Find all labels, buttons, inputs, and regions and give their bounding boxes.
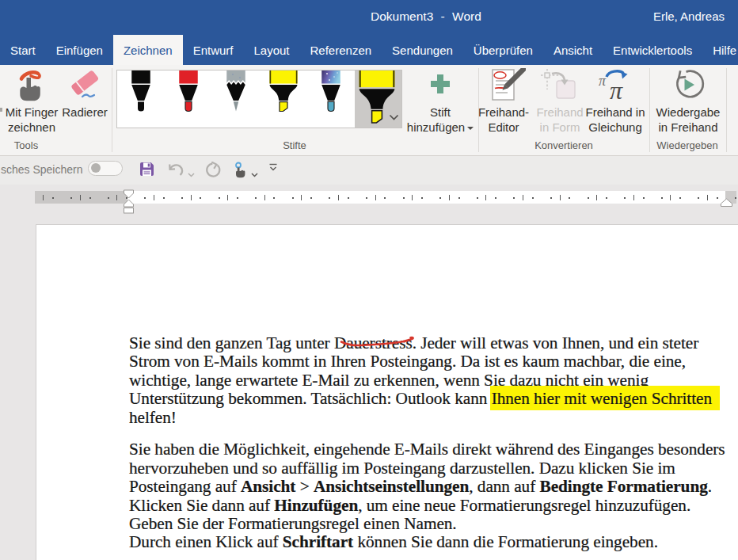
window-title: Dokument3 - Word xyxy=(371,10,481,24)
quick-access-toolbar: sches Speichern xyxy=(0,156,738,185)
text-line: Klicken Sie dann auf Hinzufügen, um eine… xyxy=(129,497,738,515)
undo-dropdown-caret-icon[interactable] xyxy=(188,166,195,181)
finger-draw-icon xyxy=(13,68,50,106)
paragraph-1: Sie sind den ganzen Tag unter Dauerstres… xyxy=(129,334,738,427)
tab-hilfe[interactable]: Hilfe xyxy=(702,35,738,65)
plus-icon xyxy=(429,68,451,103)
pens-gallery xyxy=(116,70,402,128)
ink-to-math-icon: π π xyxy=(596,68,634,105)
touch-mode-icon[interactable] xyxy=(232,162,249,181)
gallery-pen-galaxy-pen[interactable] xyxy=(314,70,348,128)
tab-referenzen[interactable]: Referenzen xyxy=(300,35,382,65)
eraser-icon xyxy=(65,68,105,106)
group-label-tools: Tools xyxy=(14,139,38,151)
redo-icon[interactable] xyxy=(206,162,223,181)
tab-sendungen[interactable]: Sendungen xyxy=(382,35,463,65)
ruler-left-margin xyxy=(35,191,127,204)
gallery-pen-red-pen[interactable] xyxy=(171,70,206,128)
autosave-label: sches Speichern xyxy=(1,163,83,176)
selected-pen-cell[interactable] xyxy=(355,70,401,128)
document-text[interactable]: Sie sind den ganzen Tag unter Dauerstres… xyxy=(129,334,738,560)
tab-start[interactable]: Start xyxy=(0,35,46,65)
group-label-wiedergeben: Wiedergeben xyxy=(656,139,717,151)
ink-replay-icon xyxy=(671,68,706,105)
text-line: Strom von E-Mails kommt in Ihren Postein… xyxy=(129,352,738,371)
text-line: Unterstützung bekommen. Tatsächlich: Out… xyxy=(129,390,738,408)
right-indent-marker[interactable] xyxy=(720,198,734,208)
paragraph-2: Sie haben die Möglichkeit, eingehende E-… xyxy=(129,440,738,552)
eraser-button[interactable]: Radierer xyxy=(61,65,108,154)
title-bar: Dokument3 - Word Erle, Andreas xyxy=(0,0,738,35)
gallery-dropdown-chevron-icon[interactable] xyxy=(389,114,399,121)
add-pen-button[interactable]: Stifthinzufügen xyxy=(405,65,476,154)
document-page[interactable]: Sie sind den ganzen Tag unter Dauerstres… xyxy=(36,224,738,560)
tab-überprüfen[interactable]: Überprüfen xyxy=(463,35,543,65)
document-workspace: Sie sind den ganzen Tag unter Dauerstres… xyxy=(0,185,738,560)
ribbon-tab-bar: StartEinfügenZeichnenEntwurfLayoutRefere… xyxy=(0,35,738,65)
dropdown-caret-icon xyxy=(467,127,474,130)
touch-mode-caret-icon[interactable] xyxy=(251,166,258,181)
account-name: Erle, Andreas xyxy=(653,10,725,23)
group-label-stifte: Stifte xyxy=(283,139,306,151)
save-icon[interactable] xyxy=(139,162,154,180)
word-window: Dokument3 - Word Erle, Andreas StartEinf… xyxy=(0,0,738,560)
tab-entwicklertools[interactable]: Entwicklertools xyxy=(603,35,702,65)
gallery-pen-pencil[interactable] xyxy=(219,70,253,128)
group-divider xyxy=(112,68,112,152)
tab-layout[interactable]: Layout xyxy=(243,35,299,65)
tab-zeichnen[interactable]: Zeichnen xyxy=(113,35,183,65)
text-line: Sie haben die Möglichkeit, eingehende E-… xyxy=(129,440,738,459)
autosave-toggle[interactable] xyxy=(88,161,123,176)
horizontal-ruler[interactable] xyxy=(35,191,736,204)
group-label-konvertieren: Konvertieren xyxy=(534,139,593,151)
group-divider xyxy=(649,68,650,152)
customize-qat-icon[interactable] xyxy=(268,162,278,176)
svg-text:π: π xyxy=(599,73,607,89)
tab-entwurf[interactable]: Entwurf xyxy=(183,35,244,65)
text-line: Posteingang auf Ansicht > Ansichtseinste… xyxy=(129,478,738,496)
ink-to-shape-icon xyxy=(540,68,580,105)
group-divider xyxy=(726,68,727,152)
toggle-knob xyxy=(91,163,101,173)
ink-editor-icon xyxy=(481,68,526,105)
highlighted-text: Ihnen hier mit wenigen Schritten xyxy=(490,389,720,408)
text-line: Geben Sie der Formatierungsregel einen N… xyxy=(129,515,738,533)
gallery-pen-black-pen[interactable] xyxy=(124,70,158,128)
text-line: helfen! xyxy=(129,409,738,427)
tab-ansicht[interactable]: Ansicht xyxy=(543,35,603,65)
gallery-pen-yellow-highlighter[interactable] xyxy=(266,70,301,128)
tab-einfügen[interactable]: Einfügen xyxy=(46,35,113,65)
svg-text:π: π xyxy=(610,76,623,101)
indent-markers[interactable] xyxy=(123,189,135,218)
text-line: hervorzuheben und so auffällig im Postei… xyxy=(129,459,738,478)
ink-editor-button[interactable]: Freihand-Editor xyxy=(476,65,531,154)
text-line: Durch einen Klick auf Schriftart können … xyxy=(129,533,738,551)
text-line: wichtige, lange erwartete E-Mail zu erke… xyxy=(129,371,738,390)
undo-icon[interactable] xyxy=(167,162,184,181)
struck-text: Dauerstress xyxy=(334,333,413,352)
text-line: Sie sind den ganzen Tag unter Dauerstres… xyxy=(129,334,738,352)
ribbon: Mit Fingerzeichnen Radierer Tools Stifth… xyxy=(0,65,738,156)
